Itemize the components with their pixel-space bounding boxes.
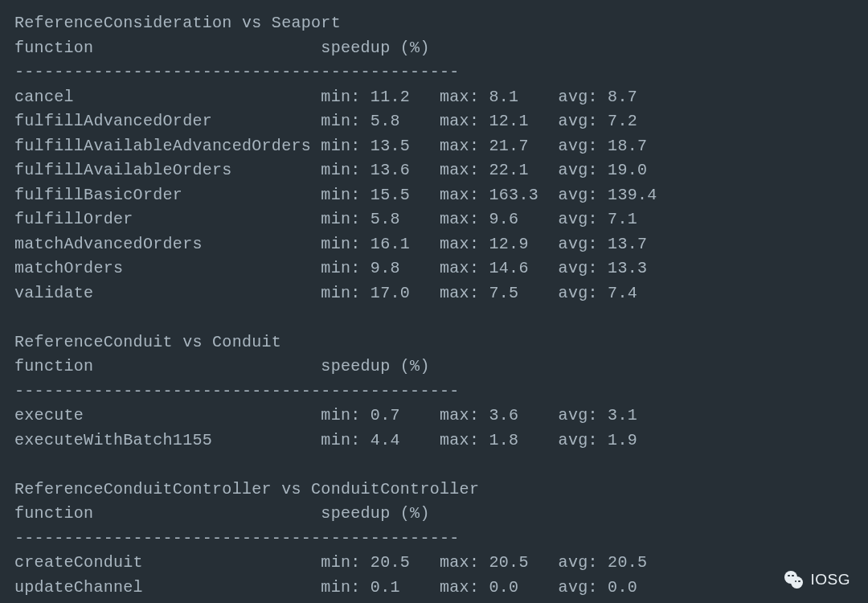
- watermark-text: IOSG: [810, 568, 850, 593]
- watermark: IOSG: [783, 568, 850, 593]
- wechat-icon: [783, 569, 804, 590]
- terminal-output: ReferenceConsideration vs Seaport functi…: [14, 11, 657, 600]
